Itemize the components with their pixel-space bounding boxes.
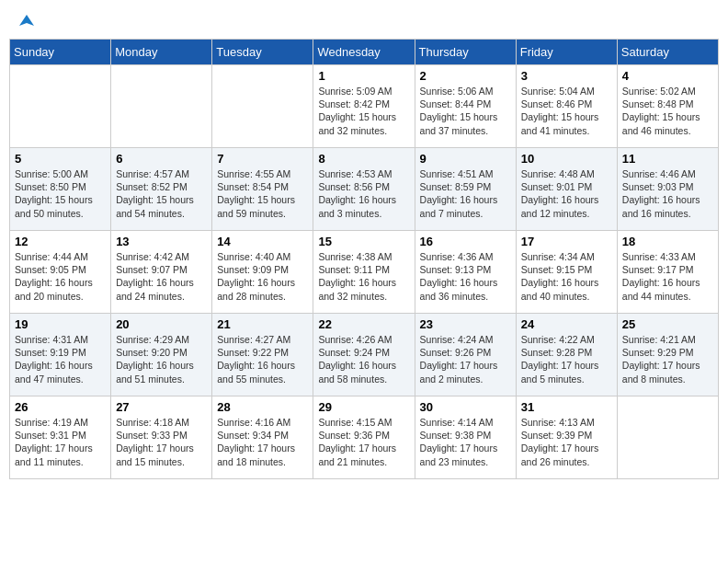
calendar-day-cell: 27Sunrise: 4:18 AM Sunset: 9:33 PM Dayli…: [111, 396, 212, 479]
calendar-day-cell: 3Sunrise: 5:04 AM Sunset: 8:46 PM Daylig…: [516, 65, 617, 148]
day-of-week-header: Friday: [516, 40, 617, 65]
day-number: 27: [116, 400, 207, 414]
day-info: Sunrise: 4:42 AM Sunset: 9:07 PM Dayligh…: [116, 250, 207, 303]
day-info: Sunrise: 4:13 AM Sunset: 9:39 PM Dayligh…: [521, 416, 612, 468]
logo-bird-icon: [17, 13, 36, 31]
day-info: Sunrise: 4:38 AM Sunset: 9:11 PM Dayligh…: [318, 250, 409, 303]
day-number: 21: [217, 317, 308, 331]
day-number: 30: [420, 400, 511, 414]
calendar-day-cell: [111, 65, 212, 148]
calendar-table: SundayMondayTuesdayWednesdayThursdayFrid…: [9, 39, 719, 479]
day-of-week-header: Sunday: [10, 40, 111, 65]
day-info: Sunrise: 5:04 AM Sunset: 8:46 PM Dayligh…: [521, 85, 612, 137]
day-of-week-header: Monday: [111, 40, 212, 65]
calendar-day-cell: 18Sunrise: 4:33 AM Sunset: 9:17 PM Dayli…: [617, 231, 718, 314]
day-number: 12: [15, 235, 106, 248]
day-number: 4: [622, 69, 713, 83]
calendar-day-cell: 11Sunrise: 4:46 AM Sunset: 9:03 PM Dayli…: [617, 148, 718, 231]
day-info: Sunrise: 4:21 AM Sunset: 9:29 PM Dayligh…: [622, 333, 713, 385]
day-number: 28: [217, 400, 308, 414]
day-info: Sunrise: 4:33 AM Sunset: 9:17 PM Dayligh…: [622, 250, 713, 303]
day-number: 2: [420, 69, 511, 83]
day-info: Sunrise: 4:19 AM Sunset: 9:31 PM Dayligh…: [15, 416, 106, 468]
calendar-day-cell: 30Sunrise: 4:14 AM Sunset: 9:38 PM Dayli…: [415, 396, 516, 479]
calendar-week-row: 5Sunrise: 5:00 AM Sunset: 8:50 PM Daylig…: [10, 148, 719, 231]
day-number: 20: [116, 317, 207, 331]
day-info: Sunrise: 5:06 AM Sunset: 8:44 PM Dayligh…: [420, 85, 511, 137]
calendar-week-row: 26Sunrise: 4:19 AM Sunset: 9:31 PM Dayli…: [10, 396, 719, 479]
calendar-day-cell: 29Sunrise: 4:15 AM Sunset: 9:36 PM Dayli…: [313, 396, 415, 479]
day-info: Sunrise: 4:36 AM Sunset: 9:13 PM Dayligh…: [420, 250, 511, 303]
day-number: 1: [318, 69, 409, 83]
day-number: 29: [318, 400, 409, 414]
calendar-day-cell: 23Sunrise: 4:24 AM Sunset: 9:26 PM Dayli…: [415, 314, 516, 396]
calendar-day-cell: [212, 65, 313, 148]
day-number: 19: [15, 317, 106, 331]
day-number: 15: [318, 235, 409, 248]
day-number: 14: [217, 235, 308, 248]
calendar-day-cell: [617, 396, 718, 479]
svg-marker-0: [19, 15, 34, 26]
day-info: Sunrise: 4:24 AM Sunset: 9:26 PM Dayligh…: [420, 333, 511, 385]
day-number: 22: [318, 317, 409, 331]
day-info: Sunrise: 4:55 AM Sunset: 8:54 PM Dayligh…: [217, 167, 308, 220]
calendar-day-cell: 9Sunrise: 4:51 AM Sunset: 8:59 PM Daylig…: [415, 148, 516, 231]
calendar-day-cell: 24Sunrise: 4:22 AM Sunset: 9:28 PM Dayli…: [516, 314, 617, 396]
day-info: Sunrise: 4:46 AM Sunset: 9:03 PM Dayligh…: [622, 167, 713, 220]
day-info: Sunrise: 4:51 AM Sunset: 8:59 PM Dayligh…: [420, 167, 511, 220]
day-info: Sunrise: 4:14 AM Sunset: 9:38 PM Dayligh…: [420, 416, 511, 468]
day-info: Sunrise: 4:16 AM Sunset: 9:34 PM Dayligh…: [217, 416, 308, 468]
day-of-week-header: Thursday: [415, 40, 516, 65]
calendar-header-row: SundayMondayTuesdayWednesdayThursdayFrid…: [10, 40, 719, 65]
calendar-day-cell: 21Sunrise: 4:27 AM Sunset: 9:22 PM Dayli…: [212, 314, 313, 396]
day-info: Sunrise: 5:02 AM Sunset: 8:48 PM Dayligh…: [622, 85, 713, 137]
calendar-day-cell: 14Sunrise: 4:40 AM Sunset: 9:09 PM Dayli…: [212, 231, 313, 314]
day-info: Sunrise: 5:09 AM Sunset: 8:42 PM Dayligh…: [318, 85, 409, 137]
calendar-day-cell: 25Sunrise: 4:21 AM Sunset: 9:29 PM Dayli…: [617, 314, 718, 396]
day-number: 10: [521, 152, 612, 166]
day-info: Sunrise: 4:44 AM Sunset: 9:05 PM Dayligh…: [15, 250, 106, 303]
day-of-week-header: Saturday: [617, 40, 718, 65]
day-info: Sunrise: 5:00 AM Sunset: 8:50 PM Dayligh…: [15, 167, 106, 220]
calendar-day-cell: 16Sunrise: 4:36 AM Sunset: 9:13 PM Dayli…: [415, 231, 516, 314]
day-number: 25: [622, 317, 713, 331]
calendar-day-cell: 19Sunrise: 4:31 AM Sunset: 9:19 PM Dayli…: [10, 314, 111, 396]
page-header: [9, 9, 719, 31]
day-info: Sunrise: 4:34 AM Sunset: 9:15 PM Dayligh…: [521, 250, 612, 303]
calendar-day-cell: 1Sunrise: 5:09 AM Sunset: 8:42 PM Daylig…: [313, 65, 415, 148]
day-info: Sunrise: 4:57 AM Sunset: 8:52 PM Dayligh…: [116, 167, 207, 220]
calendar-day-cell: 31Sunrise: 4:13 AM Sunset: 9:39 PM Dayli…: [516, 396, 617, 479]
calendar-day-cell: 17Sunrise: 4:34 AM Sunset: 9:15 PM Dayli…: [516, 231, 617, 314]
calendar-day-cell: 22Sunrise: 4:26 AM Sunset: 9:24 PM Dayli…: [313, 314, 415, 396]
day-info: Sunrise: 4:18 AM Sunset: 9:33 PM Dayligh…: [116, 416, 207, 468]
day-info: Sunrise: 4:15 AM Sunset: 9:36 PM Dayligh…: [318, 416, 409, 468]
calendar-day-cell: 6Sunrise: 4:57 AM Sunset: 8:52 PM Daylig…: [111, 148, 212, 231]
calendar-day-cell: 10Sunrise: 4:48 AM Sunset: 9:01 PM Dayli…: [516, 148, 617, 231]
day-number: 18: [622, 235, 713, 248]
calendar-week-row: 1Sunrise: 5:09 AM Sunset: 8:42 PM Daylig…: [10, 65, 719, 148]
calendar-day-cell: 13Sunrise: 4:42 AM Sunset: 9:07 PM Dayli…: [111, 231, 212, 314]
day-number: 9: [420, 152, 511, 166]
day-info: Sunrise: 4:29 AM Sunset: 9:20 PM Dayligh…: [116, 333, 207, 385]
calendar-day-cell: 20Sunrise: 4:29 AM Sunset: 9:20 PM Dayli…: [111, 314, 212, 396]
day-info: Sunrise: 4:53 AM Sunset: 8:56 PM Dayligh…: [318, 167, 409, 220]
day-number: 13: [116, 235, 207, 248]
day-info: Sunrise: 4:48 AM Sunset: 9:01 PM Dayligh…: [521, 167, 612, 220]
day-info: Sunrise: 4:27 AM Sunset: 9:22 PM Dayligh…: [217, 333, 308, 385]
logo: [17, 13, 37, 28]
calendar-day-cell: [10, 65, 111, 148]
day-number: 5: [15, 152, 106, 166]
calendar-day-cell: 5Sunrise: 5:00 AM Sunset: 8:50 PM Daylig…: [10, 148, 111, 231]
day-number: 26: [15, 400, 106, 414]
calendar-day-cell: 15Sunrise: 4:38 AM Sunset: 9:11 PM Dayli…: [313, 231, 415, 314]
day-info: Sunrise: 4:31 AM Sunset: 9:19 PM Dayligh…: [15, 333, 106, 385]
day-number: 24: [521, 317, 612, 331]
day-info: Sunrise: 4:22 AM Sunset: 9:28 PM Dayligh…: [521, 333, 612, 385]
calendar-day-cell: 7Sunrise: 4:55 AM Sunset: 8:54 PM Daylig…: [212, 148, 313, 231]
day-of-week-header: Wednesday: [313, 40, 415, 65]
day-info: Sunrise: 4:40 AM Sunset: 9:09 PM Dayligh…: [217, 250, 308, 303]
calendar-day-cell: 8Sunrise: 4:53 AM Sunset: 8:56 PM Daylig…: [313, 148, 415, 231]
day-number: 3: [521, 69, 612, 83]
day-number: 7: [217, 152, 308, 166]
calendar-day-cell: 2Sunrise: 5:06 AM Sunset: 8:44 PM Daylig…: [415, 65, 516, 148]
